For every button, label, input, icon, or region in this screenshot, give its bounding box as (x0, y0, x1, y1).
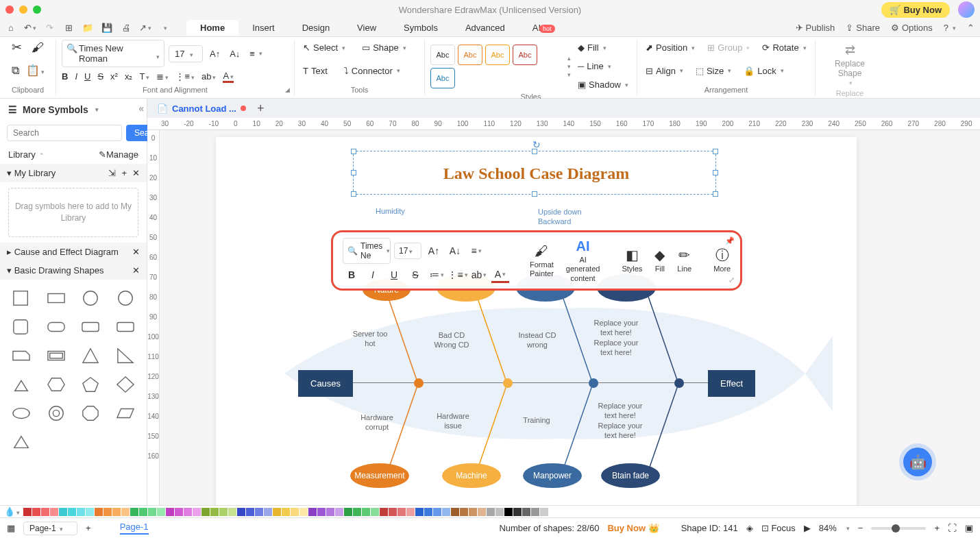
color-swatch[interactable] (451, 508, 459, 516)
causes-box[interactable]: Causes (298, 370, 353, 397)
sel-handle-mr[interactable] (713, 170, 718, 175)
shape-diamond[interactable] (111, 373, 140, 396)
sel-handle-bl[interactable] (351, 191, 356, 197)
text-direction-icon[interactable]: ab▾ (201, 71, 216, 82)
shape-donut[interactable] (42, 402, 71, 425)
page-tab[interactable]: Page-1 (120, 522, 149, 535)
sel-handle-br[interactable] (713, 191, 718, 197)
shape-pentagon[interactable] (76, 373, 106, 396)
style-preset-2[interactable]: Abc (458, 45, 482, 65)
font-size-select[interactable]: 17▾ (169, 45, 203, 62)
color-swatch[interactable] (424, 508, 432, 516)
color-swatch[interactable] (406, 508, 415, 516)
shape-ellipse[interactable] (7, 402, 36, 425)
zoom-in-icon[interactable]: + (934, 523, 940, 533)
color-swatch[interactable] (344, 508, 352, 516)
text-bad-cd[interactable]: Bad CD Wrong CD (431, 330, 472, 350)
oval-manpower[interactable]: Manpower (523, 463, 582, 488)
label-humidity[interactable]: Humidity (376, 207, 405, 215)
oval-machine[interactable]: Machine (442, 463, 501, 488)
color-swatch[interactable] (478, 508, 486, 516)
shape-frame[interactable] (42, 344, 71, 367)
shape-square[interactable] (7, 286, 36, 310)
presentation-icon[interactable]: ▶ (804, 523, 811, 533)
chat-assistant-fab[interactable]: 🤖 (903, 448, 932, 476)
copy-icon[interactable]: ⧉ (12, 64, 19, 77)
tab-view[interactable]: View (343, 20, 390, 36)
sb-buy-now[interactable]: Buy Now 👑 (607, 523, 659, 533)
buy-now-button[interactable]: 🛒 Buy Now (881, 2, 950, 18)
color-swatch[interactable] (175, 508, 183, 516)
open-icon[interactable]: 📁 (82, 23, 93, 34)
ft-strike[interactable]: S (406, 267, 424, 283)
text-instead-cd[interactable]: Instead CD wrong (513, 330, 561, 350)
shape-octagon[interactable] (76, 402, 106, 425)
color-swatch[interactable] (103, 508, 112, 516)
ft-font-select[interactable]: 🔍Times Ne▾ (343, 238, 391, 264)
color-swatch[interactable] (308, 508, 317, 516)
print-icon[interactable]: 🖨 (121, 23, 132, 34)
connector-tool[interactable]: ⤵Connector▾ (341, 63, 403, 79)
zoom-thumb[interactable] (892, 524, 900, 533)
focus-button[interactable]: ⊡ Focus (761, 523, 796, 533)
styles-scroll-down[interactable]: ▾ (567, 63, 571, 70)
select-tool[interactable]: ↖Select▾ (300, 40, 348, 56)
tab-insert[interactable]: Insert (238, 20, 289, 36)
manage-button[interactable]: ✎Manage (99, 149, 138, 160)
text-server-hot[interactable]: Server too hot (350, 329, 391, 349)
add-page-icon[interactable]: + (86, 523, 91, 533)
window-close[interactable] (5, 5, 14, 14)
document-tab[interactable]: 📄 Cannot Load ... (151, 102, 252, 115)
color-swatch[interactable] (513, 508, 522, 516)
color-swatch[interactable] (549, 508, 557, 516)
color-swatch[interactable] (389, 508, 397, 516)
color-swatch[interactable] (130, 508, 138, 516)
position-menu[interactable]: ⬈Position▾ (643, 40, 698, 56)
ft-bullets[interactable]: ⋮≡▾ (449, 267, 467, 283)
window-minimize[interactable] (19, 5, 27, 14)
align-menu[interactable]: ⊟Align▾ (643, 63, 686, 79)
ft-decrease-font[interactable]: A↓ (446, 243, 464, 259)
style-preset-5[interactable]: Abc (430, 68, 455, 88)
cause-effect-close-icon[interactable]: ✕ (132, 247, 140, 257)
color-swatch[interactable] (32, 508, 40, 516)
color-swatch[interactable] (41, 508, 49, 516)
color-swatch[interactable] (148, 508, 156, 516)
color-swatch[interactable] (201, 508, 210, 516)
ft-expand-icon[interactable]: ⤢ (728, 276, 735, 284)
ft-align[interactable]: ≡▾ (467, 243, 485, 259)
effect-box[interactable]: Effect (708, 370, 755, 397)
basic-shapes-header[interactable]: ▾ Basic Drawing Shapes (7, 265, 103, 276)
shape-tri-up[interactable] (7, 430, 36, 454)
color-swatch[interactable] (353, 508, 361, 516)
options-button[interactable]: ⚙Options (891, 23, 933, 33)
size-menu[interactable]: ⬚Size▾ (693, 63, 734, 79)
eyedropper-icon[interactable]: 💧▾ (4, 506, 20, 517)
group-menu[interactable]: ⊞Group▾ (705, 40, 752, 56)
color-swatch[interactable] (23, 508, 32, 516)
sel-handle-tl[interactable] (351, 149, 356, 154)
color-swatch[interactable] (362, 508, 370, 516)
redo-icon[interactable]: ↷ (44, 23, 55, 34)
color-swatch[interactable] (397, 508, 406, 516)
shape-circle2[interactable] (111, 286, 140, 310)
user-avatar[interactable] (958, 1, 975, 18)
text-tool[interactable]: TText (300, 63, 330, 79)
color-swatch[interactable] (415, 508, 424, 516)
sel-handle-bc[interactable] (532, 191, 537, 197)
shape-rounded-square[interactable] (7, 315, 36, 339)
text-replace1[interactable]: Replace your text here! Replace your tex… (589, 318, 644, 357)
ft-bold[interactable]: B (343, 267, 360, 283)
shape-parallelogram[interactable] (111, 402, 140, 425)
shape-tri-small[interactable] (7, 373, 36, 396)
more-symbols-label[interactable]: More Symbols (23, 104, 88, 115)
help-icon[interactable]: ?▾ (944, 23, 956, 33)
color-swatch[interactable] (380, 508, 388, 516)
color-swatch[interactable] (326, 508, 334, 516)
ft-more[interactable]: ⓘMore (709, 245, 735, 275)
ft-pin-icon[interactable]: 📌 (725, 236, 735, 245)
styles-expand[interactable]: ▾ (567, 71, 571, 78)
save-icon[interactable]: 💾 (101, 23, 112, 34)
my-library-add-icon[interactable]: + (121, 168, 127, 178)
oval-measurement[interactable]: Measurement (350, 463, 409, 488)
